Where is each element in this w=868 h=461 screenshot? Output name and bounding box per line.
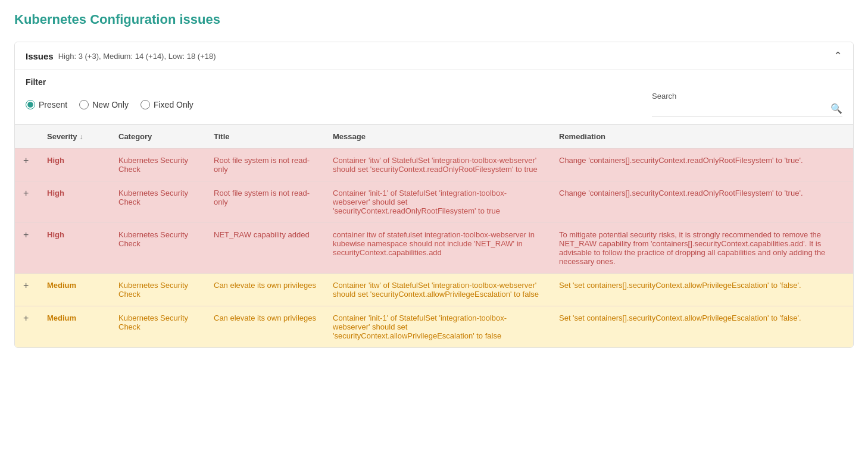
radio-present-input[interactable]: [26, 100, 35, 109]
table-row: + High Kubernetes Security Check Root fi…: [15, 149, 853, 181]
issues-counts: High: 3 (+3), Medium: 14 (+14), Low: 18 …: [58, 52, 216, 61]
table-row: + High Kubernetes Security Check NET_RAW…: [15, 223, 853, 274]
issues-table: Severity ↓ Category Title Message Rem: [15, 124, 853, 347]
remediation-cell: Set 'set containers[].securityContext.al…: [551, 306, 853, 348]
radio-fixed-only-input[interactable]: [140, 100, 150, 109]
col-message: Message: [324, 125, 551, 149]
search-icon: 🔍: [830, 103, 842, 114]
severity-cell: High: [39, 223, 110, 274]
issues-card: Issues High: 3 (+3), Medium: 14 (+14), L…: [14, 42, 854, 348]
expand-cell[interactable]: +: [15, 149, 39, 181]
search-section: Search 🔍: [652, 92, 842, 117]
issues-label: Issues: [26, 51, 54, 61]
category-value: Kubernetes Security Check: [118, 281, 188, 299]
table-row: + Medium Kubernetes Security Check Can e…: [15, 306, 853, 348]
title-cell: NET_RAW capability added: [205, 223, 324, 274]
expand-cell[interactable]: +: [15, 274, 39, 306]
radio-new-only-label: New Only: [92, 100, 129, 109]
col-severity-label: Severity: [47, 132, 77, 141]
title-cell: Root file system is not read-only: [205, 181, 324, 223]
remediation-value: Set 'set containers[].securityContext.al…: [559, 313, 801, 322]
radio-present[interactable]: Present: [26, 100, 67, 109]
message-value: container itw of statefulset integration…: [333, 230, 535, 257]
category-cell: Kubernetes Security Check: [110, 274, 205, 306]
category-value: Kubernetes Security Check: [118, 156, 188, 174]
remediation-cell: To mitigate potential security risks, it…: [551, 223, 853, 274]
severity-value: High: [47, 189, 64, 197]
search-label: Search: [652, 92, 842, 101]
category-cell: Kubernetes Security Check: [110, 149, 205, 181]
expand-cell[interactable]: +: [15, 223, 39, 274]
title-cell: Can elevate its own privileges: [205, 306, 324, 348]
radio-new-only[interactable]: New Only: [79, 100, 129, 109]
sort-icon[interactable]: ↓: [80, 133, 83, 141]
issues-header-left: Issues High: 3 (+3), Medium: 14 (+14), L…: [26, 51, 216, 61]
filter-section: Filter Present New Only Fixed Only: [15, 70, 853, 124]
title-value: Root file system is not read-only: [214, 189, 310, 206]
title-value: NET_RAW capability added: [214, 230, 310, 239]
expand-cell[interactable]: +: [15, 306, 39, 348]
col-title: Title: [205, 125, 324, 149]
title-value: Can elevate its own privileges: [214, 313, 316, 322]
expand-button[interactable]: +: [23, 156, 29, 165]
severity-value: High: [47, 230, 64, 239]
expand-button[interactable]: +: [23, 281, 29, 290]
search-input-wrapper: 🔍: [652, 103, 842, 117]
radio-fixed-only-label: Fixed Only: [154, 100, 193, 109]
message-value: Container 'itw' of StatefulSet 'integrat…: [333, 281, 539, 299]
radio-new-only-input[interactable]: [79, 100, 89, 109]
category-cell: Kubernetes Security Check: [110, 181, 205, 223]
message-cell: Container 'init-1' of StatefulSet 'integ…: [324, 181, 551, 223]
col-expand: [15, 125, 39, 149]
category-cell: Kubernetes Security Check: [110, 306, 205, 348]
message-value: Container 'init-1' of StatefulSet 'integ…: [333, 189, 507, 215]
table-row: + High Kubernetes Security Check Root fi…: [15, 181, 853, 223]
severity-cell: Medium: [39, 274, 110, 306]
severity-cell: High: [39, 149, 110, 181]
remediation-value: Change 'containers[].securityContext.rea…: [559, 189, 803, 197]
category-value: Kubernetes Security Check: [118, 313, 188, 331]
expand-button[interactable]: +: [23, 313, 29, 323]
category-value: Kubernetes Security Check: [118, 230, 188, 248]
message-cell: container itw of statefulset integration…: [324, 223, 551, 274]
search-input[interactable]: [652, 104, 830, 114]
severity-value: High: [47, 156, 64, 165]
col-remediation: Remediation: [551, 125, 853, 149]
expand-cell[interactable]: +: [15, 181, 39, 223]
message-value: Container 'init-1' of StatefulSet 'integ…: [333, 313, 507, 340]
severity-cell: Medium: [39, 306, 110, 348]
radio-present-label: Present: [39, 100, 67, 109]
page-title: Kubernetes Configuration issues: [14, 12, 854, 27]
collapse-button[interactable]: ⌃: [833, 51, 842, 61]
message-cell: Container 'itw' of StatefulSet 'integrat…: [324, 274, 551, 306]
filter-label: Filter: [26, 77, 842, 87]
expand-button[interactable]: +: [23, 230, 29, 240]
title-value: Can elevate its own privileges: [214, 281, 316, 290]
severity-value: Medium: [47, 281, 76, 290]
message-cell: Container 'init-1' of StatefulSet 'integ…: [324, 306, 551, 348]
message-value: Container 'itw' of StatefulSet 'integrat…: [333, 156, 538, 174]
table-header-row: Severity ↓ Category Title Message Rem: [15, 125, 853, 149]
title-value: Root file system is not read-only: [214, 156, 310, 174]
remediation-cell: Change 'containers[].securityContext.rea…: [551, 181, 853, 223]
filter-row: Present New Only Fixed Only Search: [26, 92, 842, 124]
table-row: + Medium Kubernetes Security Check Can e…: [15, 274, 853, 306]
severity-value: Medium: [47, 313, 76, 322]
category-value: Kubernetes Security Check: [118, 189, 188, 206]
radio-group: Present New Only Fixed Only: [26, 100, 193, 109]
remediation-value: Change 'containers[].securityContext.rea…: [559, 156, 803, 165]
radio-fixed-only[interactable]: Fixed Only: [140, 100, 193, 109]
page-container: Kubernetes Configuration issues Issues H…: [0, 0, 868, 360]
severity-cell: High: [39, 181, 110, 223]
remediation-value: Set 'set containers[].securityContext.al…: [559, 281, 801, 290]
col-category: Category: [110, 125, 205, 149]
col-severity: Severity ↓: [39, 125, 110, 149]
remediation-cell: Change 'containers[].securityContext.rea…: [551, 149, 853, 181]
remediation-value: To mitigate potential security risks, it…: [559, 230, 825, 266]
issues-header: Issues High: 3 (+3), Medium: 14 (+14), L…: [15, 42, 853, 70]
title-cell: Can elevate its own privileges: [205, 274, 324, 306]
expand-button[interactable]: +: [23, 189, 29, 198]
category-cell: Kubernetes Security Check: [110, 223, 205, 274]
message-cell: Container 'itw' of StatefulSet 'integrat…: [324, 149, 551, 181]
title-cell: Root file system is not read-only: [205, 149, 324, 181]
